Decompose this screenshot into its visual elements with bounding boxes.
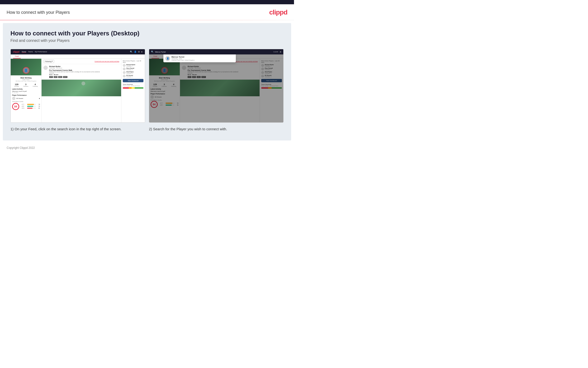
stat-following: 4 Following (33, 83, 38, 87)
app-bar: APP 70 (22, 106, 40, 107)
feed-tab[interactable]: Feed (13, 55, 21, 58)
total-quality-label: Total Player Quality (12, 101, 40, 102)
panels: clippd Home Teams My Performance 🔍 👤 ⚙ ● (10, 49, 284, 132)
player-dropdown-icon[interactable]: ▾ (39, 97, 40, 100)
player-4-info: Eli Vincent Activities: 1 (126, 75, 133, 77)
map-title: Most Active Players - Last 30 days (123, 60, 143, 63)
main-feed-2: Following ▾ Control who can see your act… (180, 59, 260, 122)
logo: clippd (269, 9, 287, 16)
arg-bar: ARG 61 (22, 107, 40, 109)
user-icon[interactable]: 👤 (134, 51, 137, 53)
app-nav-icons: 🔍 👤 ⚙ ● (130, 51, 142, 53)
golf-circle (81, 82, 85, 85)
settings-icon[interactable]: ⚙ (138, 51, 140, 53)
app-profile: Blair McHarg Golf Coach Mill Ride Golf C… (12, 77, 40, 82)
player-perf-selector[interactable]: Eli Vincent ▾ (12, 97, 40, 100)
nav-my-performance[interactable]: My Performance (35, 51, 47, 53)
player-3-avatar (123, 71, 126, 74)
main-subheading: Find and connect with your Players (10, 38, 284, 43)
ott-bar: OTT 79 (22, 104, 40, 105)
search-icon[interactable]: 🔍 (130, 51, 132, 53)
app-tab-bar: Feed (11, 55, 145, 59)
badge-putt: PUTT (63, 76, 67, 78)
user-avatar: 👤 (23, 67, 29, 74)
hm-orange (129, 87, 132, 89)
name-2: Blair McHarg (150, 77, 178, 79)
screenshot-2: clippd Home Teams My Performance 🔍 👤 (149, 49, 284, 123)
badge-ott: OTT (49, 76, 53, 78)
profile-bg: 👤 (11, 59, 41, 75)
search-result-detail-2: Cypress Point Club, United Kingdom (171, 59, 234, 61)
main-heading: How to connect with your Players (Deskto… (10, 30, 284, 37)
nav-home[interactable]: Home (22, 51, 26, 53)
hm-red (123, 87, 129, 89)
right-col-2: Most Active Players - Last 30 days Richa… (260, 59, 283, 122)
club-2: Mill Ride Golf Club, United Kingdom (150, 80, 178, 82)
player-3-info: Hiral Pujara Activities: 3 (126, 71, 134, 74)
player-perf-title: Player Performance (12, 94, 40, 96)
hm-green (135, 87, 143, 89)
badge-app: APP (54, 76, 57, 78)
player-2: Piers Parnell Activities: 4 (123, 67, 143, 70)
player-1: Richard Butler Activities: 7 (123, 64, 143, 67)
activity-avatar (44, 66, 48, 70)
team-dash-btn-2: Team Dashboard (261, 79, 282, 82)
golf-image-2 (180, 80, 260, 96)
player-1-avatar (123, 64, 126, 67)
app-main-feed: Following ▾ Control who can see your act… (42, 59, 121, 122)
panel-2: clippd Home Teams My Performance 🔍 👤 (149, 49, 284, 132)
header: How to connect with your Players clippd (0, 4, 294, 20)
activity-location: Yesterday · The Grove (49, 67, 119, 69)
avatar-icon[interactable]: ● (141, 51, 142, 53)
app-nav: clippd Home Teams My Performance 🔍 👤 ⚙ ● (11, 49, 145, 55)
quality-bars: OTT 79 APP 70 (22, 104, 40, 109)
most-active-players: Most Active Players - Last 30 days Richa… (121, 59, 145, 122)
search-clear-button[interactable]: CLEAR (273, 51, 278, 53)
activity-time: 02 hr : 00 min (49, 74, 119, 75)
app-nav-items: Home Teams My Performance (22, 51, 47, 53)
quality-score-row: 84 OTT 79 APP (12, 103, 40, 110)
search-dropdown: 👤 Marcus Turner Yesterday - Golf Cypress… (163, 55, 236, 62)
hm-yellow (132, 87, 134, 89)
app-body: 👤 Blair McHarg Golf Coach Mill Ride Golf… (11, 59, 145, 122)
search-result-name: Marcus Turner (171, 56, 234, 58)
step-1-desc: 1) On your Feed, click on the search ico… (10, 127, 145, 132)
activity-badges: OTT APP ARG PUTT (49, 76, 119, 78)
search-close-button[interactable]: ✕ (280, 51, 281, 53)
chevron-down-icon: ▾ (52, 60, 53, 62)
latest-activity-date: 27 Jul 2022 (12, 92, 40, 93)
stat-activities: 129 Activities (14, 83, 19, 87)
team-dashboard-button[interactable]: Team Dashboard (123, 79, 143, 82)
player-4-avatar (123, 75, 126, 77)
top-bar (0, 0, 294, 4)
search-result-item[interactable]: 👤 Marcus Turner Yesterday - Golf Cypress… (165, 56, 234, 61)
selected-player-avatar (12, 97, 16, 100)
page-title: How to connect with your Players (7, 10, 70, 15)
panel-1: clippd Home Teams My Performance 🔍 👤 ⚙ ● (10, 49, 145, 132)
profile-name: Blair McHarg (12, 77, 40, 79)
profile-stats: 129 Activities 3 Followers 4 Following (12, 83, 40, 87)
screenshot-1: clippd Home Teams My Performance 🔍 👤 ⚙ ● (10, 49, 145, 123)
activity-content: Richard Butler Yesterday · The Grove Pre… (49, 66, 119, 78)
app-sidebar: 👤 Blair McHarg Golf Coach Mill Ride Golf… (11, 59, 42, 122)
golf-image (42, 80, 121, 96)
heatmap-sub: Player Quality - 20 Round Trend (123, 85, 143, 87)
player-1-info: Richard Butler Activities: 7 (126, 64, 135, 67)
control-link[interactable]: Control who can see your activity and da… (95, 61, 119, 62)
nav-teams[interactable]: Teams (28, 51, 33, 53)
following-button[interactable]: Following ▾ (44, 60, 54, 63)
app-body-2: 👤 Blair McHarg Golf Coach Mill Ride Golf… (149, 59, 283, 122)
search-query[interactable]: Marcus Turner (155, 51, 272, 53)
app-nav-logo: clippd (13, 51, 19, 53)
stats-2: 129Activities 3Followers 4Following (150, 83, 178, 87)
quality-score-circle: 84 (12, 103, 19, 110)
feed-tab-2: Feed (151, 55, 159, 58)
search-bar-overlay: 🔍 Marcus Turner CLEAR ✕ (149, 49, 283, 55)
app-mockup-1: clippd Home Teams My Performance 🔍 👤 ⚙ ● (11, 49, 145, 122)
heatmap-bar (123, 87, 143, 89)
stat-followers: 3 Followers (23, 83, 28, 87)
avatar-2: 👤 (161, 67, 168, 74)
player-2-info: Piers Parnell Activities: 4 (126, 67, 134, 70)
activity-item: Richard Butler Yesterday · The Grove Pre… (42, 64, 121, 80)
activity-title: Pre Tournament Course Walk (49, 69, 119, 71)
